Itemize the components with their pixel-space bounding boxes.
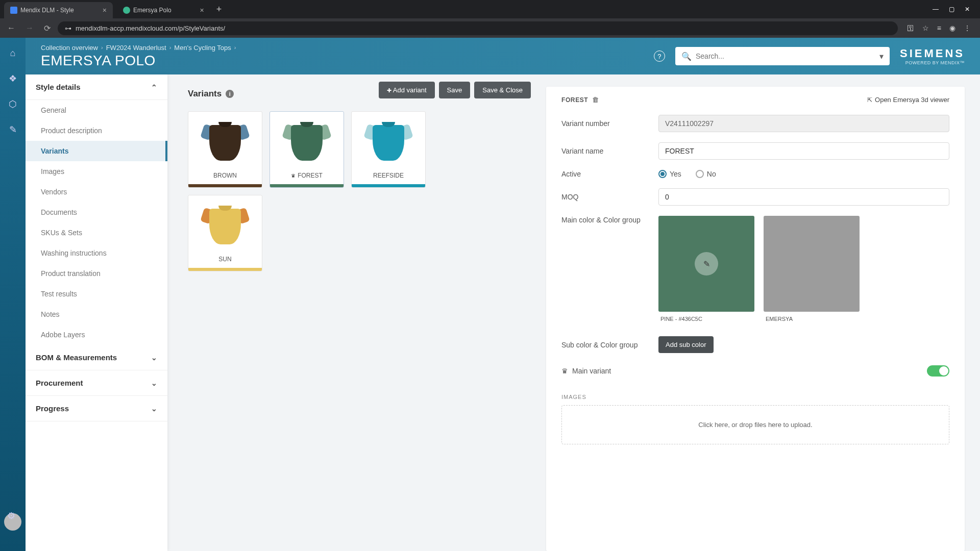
active-no-radio[interactable]: No: [696, 170, 716, 178]
sidebar-item-documents[interactable]: Documents: [26, 202, 167, 222]
trash-icon[interactable]: 🗑: [592, 96, 599, 104]
search-field[interactable]: [692, 52, 879, 60]
search-input[interactable]: 🔍 ▾: [675, 47, 890, 65]
menu-icon[interactable]: ⋮: [964, 24, 971, 32]
sidebar-item-vendors[interactable]: Vendors: [26, 182, 167, 202]
sidebar-item-product-translation[interactable]: Product translation: [26, 263, 167, 284]
new-tab-button[interactable]: +: [210, 0, 228, 18]
address-bar: ← → ⟳ ⊶ mendixdlm-accp.mendixcloud.com/p…: [0, 18, 980, 38]
sidebar-item-notes[interactable]: Notes: [26, 304, 167, 324]
add-sub-color-button[interactable]: Add sub color: [658, 336, 714, 353]
sidebar-item-test-results[interactable]: Test results: [26, 284, 167, 304]
color-group-swatch[interactable]: [764, 216, 860, 312]
variant-card-reefside[interactable]: REEFSIDE: [351, 111, 426, 188]
image-dropzone[interactable]: Click here, or drop files here to upload…: [561, 405, 949, 444]
url-input[interactable]: ⊶ mendixdlm-accp.mendixcloud.com/p/Style…: [58, 21, 898, 35]
sidebar-item-adobe-layers[interactable]: Adobe Layers: [26, 324, 167, 345]
sidebar-item-product-description[interactable]: Product description: [26, 120, 167, 141]
info-icon[interactable]: i: [226, 90, 234, 98]
page-title: EMERSYA POLO: [41, 53, 236, 69]
reload-icon[interactable]: ⟳: [41, 21, 54, 35]
edit-icon[interactable]: ✎: [9, 124, 17, 135]
layers-icon[interactable]: ❖: [9, 73, 17, 84]
favicon: [123, 7, 130, 14]
url-text: mendixdlm-accp.mendixcloud.com/p/StyleVa…: [76, 24, 225, 32]
variant-card-label: BROWN: [213, 172, 237, 179]
main-variant-label: Main variant: [572, 367, 611, 375]
breadcrumb: Collection overview › FW2024 Wanderlust …: [41, 44, 236, 52]
sidebar-section-style-details[interactable]: Style details ⌃: [26, 74, 167, 100]
maximize-icon[interactable]: ▢: [949, 6, 954, 13]
chevron-right-icon: ›: [101, 44, 103, 51]
variant-thumbnail: [188, 195, 262, 252]
chevron-down-icon[interactable]: ▾: [879, 52, 884, 61]
add-variant-button[interactable]: Add variant: [379, 82, 435, 98]
sidebar-section-procurement[interactable]: Procurement ⌄: [26, 370, 167, 396]
help-icon[interactable]: ?: [654, 51, 665, 62]
sidebar-item-general[interactable]: General: [26, 100, 167, 120]
settings-icon[interactable]: ⚙: [7, 510, 15, 521]
tag-icon[interactable]: ⬡: [9, 98, 17, 110]
sidebar-item-images[interactable]: Images: [26, 161, 167, 182]
password-icon[interactable]: ⚿: [907, 24, 914, 32]
minimize-icon[interactable]: —: [933, 6, 939, 13]
variant-name-field[interactable]: [658, 142, 949, 160]
breadcrumb-item[interactable]: Collection overview: [41, 44, 98, 52]
chevron-up-icon: ⌃: [151, 83, 157, 91]
main-color-swatch[interactable]: ✎: [658, 216, 754, 312]
sidebar-section-progress[interactable]: Progress ⌄: [26, 396, 167, 421]
variant-color-bar: [270, 184, 344, 187]
variant-card-brown[interactable]: BROWN: [188, 111, 262, 188]
variant-card-label: FOREST: [298, 172, 323, 179]
home-icon[interactable]: ⌂: [10, 48, 16, 59]
sidebar-item-washing-instructions[interactable]: Washing instructions: [26, 243, 167, 263]
variant-card-forest[interactable]: ♛ FOREST: [270, 111, 344, 188]
variant-number-label: Variant number: [561, 119, 658, 128]
variant-detail-panel: FOREST 🗑 ⇱ Open Emersya 3d viewer Varian…: [546, 87, 965, 551]
back-icon[interactable]: ←: [4, 21, 18, 35]
main-color-value: PINE - #436C5C: [658, 312, 754, 326]
save-button[interactable]: Save: [439, 82, 471, 98]
tab-title: Mendix DLM - Style: [20, 7, 74, 14]
extensions-icon[interactable]: ≡: [937, 24, 941, 32]
moq-field[interactable]: [658, 188, 949, 206]
edit-color-icon[interactable]: ✎: [695, 252, 718, 276]
tab-close-icon[interactable]: ×: [200, 6, 204, 14]
moq-label: MOQ: [561, 193, 658, 201]
sidebar-section-bom[interactable]: BOM & Measurements ⌄: [26, 345, 167, 370]
variant-number-field: [658, 115, 949, 132]
chevron-right-icon: ›: [169, 44, 172, 51]
variant-color-bar: [188, 184, 262, 187]
variant-name-label: Variant name: [561, 147, 658, 155]
variant-card-sun[interactable]: SUN: [188, 195, 262, 271]
window-controls: — ▢ ✕: [922, 0, 980, 18]
variant-card-label: SUN: [218, 256, 231, 263]
chevron-down-icon: ⌄: [151, 354, 157, 362]
main-color-label: Main color & Color group: [561, 216, 658, 224]
bookmark-icon[interactable]: ☆: [922, 24, 929, 32]
forward-icon[interactable]: →: [22, 21, 37, 35]
close-window-icon[interactable]: ✕: [965, 6, 970, 13]
save-close-button[interactable]: Save & Close: [474, 82, 531, 98]
chevron-down-icon: ⌄: [151, 379, 157, 387]
open-3d-viewer-link[interactable]: ⇱ Open Emersya 3d viewer: [867, 96, 949, 104]
site-info-icon[interactable]: ⊶: [65, 24, 71, 32]
sidebar-item-variants[interactable]: Variants: [26, 141, 167, 161]
favicon: [10, 7, 17, 14]
breadcrumb-item[interactable]: Men's Cycling Tops: [174, 44, 231, 52]
sidebar-item-skus-sets[interactable]: SKUs & Sets: [26, 222, 167, 243]
tab-close-icon[interactable]: ×: [103, 6, 107, 14]
crown-icon: ♛: [291, 173, 296, 179]
search-icon: 🔍: [681, 52, 692, 61]
chevron-right-icon: ›: [234, 44, 236, 51]
main-variant-toggle[interactable]: [927, 365, 949, 377]
active-yes-radio[interactable]: Yes: [658, 170, 681, 178]
browser-tab-active[interactable]: Mendix DLM - Style ×: [4, 2, 113, 18]
variant-color-bar: [352, 184, 425, 187]
profile-icon[interactable]: ◉: [949, 24, 955, 32]
toolbar: Add variant Save Save & Close: [379, 82, 531, 98]
breadcrumb-item[interactable]: FW2024 Wanderlust: [106, 44, 166, 52]
crown-icon: ♛: [561, 367, 568, 375]
browser-tab[interactable]: Emersya Polo ×: [117, 2, 210, 18]
color-group-value: EMERSYA: [764, 312, 860, 326]
